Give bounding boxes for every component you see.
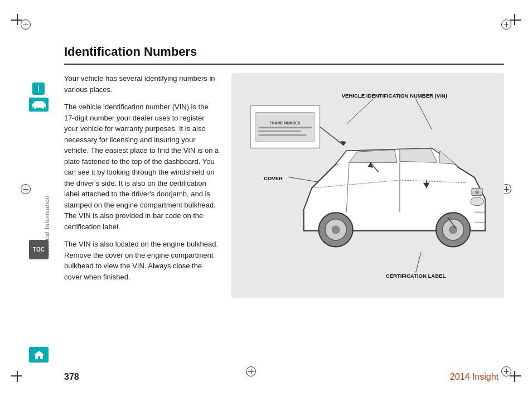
page-header: Identification Numbers (64, 45, 504, 65)
svg-rect-9 (258, 131, 301, 132)
sidebar: i TOC Technical Information (0, 0, 47, 396)
svg-text:H: H (476, 190, 479, 195)
home-button[interactable] (29, 347, 49, 363)
svg-point-0 (34, 107, 36, 109)
vin-label: VEHICLE IDENTIFICATION NUMBER (VIN) (342, 93, 447, 99)
footer-title: 2014 Insight (450, 372, 499, 382)
svg-point-1 (42, 107, 44, 109)
svg-text:COVER: COVER (264, 175, 283, 181)
svg-rect-8 (258, 127, 312, 128)
main-content: Identification Numbers Your vehicle has … (47, 0, 515, 396)
paragraph-2: The vehicle identification number (VIN) … (64, 102, 220, 232)
page-title: Identification Numbers (64, 45, 197, 59)
svg-point-19 (331, 225, 340, 234)
page-footer: 378 2014 Insight (47, 372, 515, 382)
car-diagram-svg: VEHICLE IDENTIFICATION NUMBER (VIN) FRAM… (240, 81, 496, 289)
svg-text:FRAME NUMBER: FRAME NUMBER (270, 121, 301, 125)
svg-rect-10 (258, 134, 306, 136)
text-column: Your vehicle has several identifying num… (64, 73, 220, 298)
car-icon (29, 98, 49, 112)
info-icon: i (32, 83, 45, 95)
svg-point-23 (471, 197, 483, 206)
svg-text:CERTIFICATION LABEL: CERTIFICATION LABEL (386, 273, 446, 279)
home-svg (33, 350, 45, 360)
page-number: 378 (64, 372, 79, 382)
paragraph-1: Your vehicle has several identifying num… (64, 73, 220, 95)
svg-point-22 (449, 225, 457, 234)
content-layout: Your vehicle has several identifying num… (64, 73, 504, 298)
paragraph-3: The VIN is also located on the engine bu… (64, 239, 220, 282)
diagram-panel: VEHICLE IDENTIFICATION NUMBER (VIN) FRAM… (231, 73, 504, 298)
toc-label: TOC (33, 247, 45, 253)
car-svg (31, 100, 47, 110)
